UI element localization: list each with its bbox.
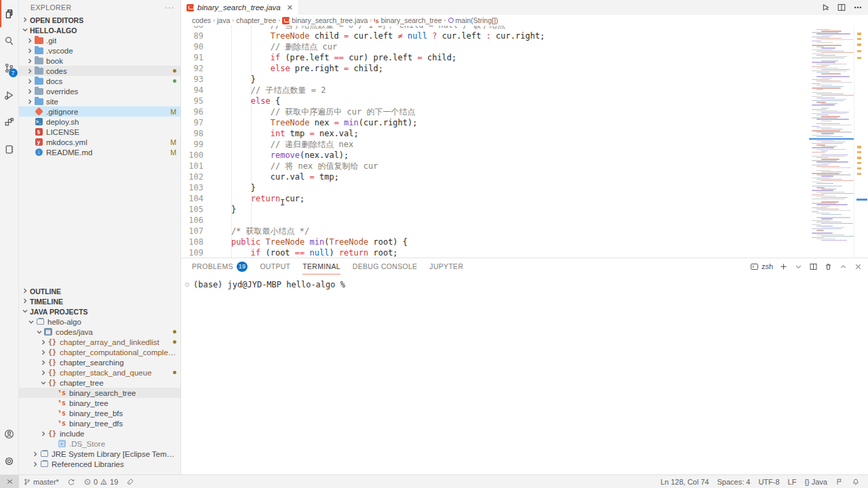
jp-row-referenced-libraries[interactable]: Referenced Libraries [19,459,180,469]
jp-row-binary-tree-bfs[interactable]: ᵗs binary_tree_bfs [19,408,180,418]
kill-terminal-button[interactable] [824,262,833,271]
sidebar-explorer: EXPLORER ··· OPEN EDITORS HELLO-ALGO .gi… [19,0,181,474]
modified-badge: M [170,148,176,157]
extension-status-item[interactable] [122,475,138,488]
breadcrumb-file[interactable]: binary_search_tree.java [282,16,368,24]
close-tab-icon[interactable]: ✕ [287,3,293,12]
breadcrumb-chapter-tree[interactable]: chapter_tree [236,16,276,24]
jp-row-binary-tree-dfs[interactable]: ᵗs binary_tree_dfs [19,418,180,428]
code-editor[interactable]: 88 // 当子结点数量 = 0 / 1 时， child = null / 该… [181,26,809,258]
notifications-item[interactable] [848,475,864,488]
run-button[interactable] [821,3,830,12]
terminal-shell-picker[interactable]: zsh [750,262,773,271]
workspace-root-section[interactable]: HELLO-ALGO [19,25,180,35]
modified-badge: M [170,108,176,116]
minimap[interactable] [809,26,854,258]
jp-row-codes-java[interactable]: ▤ codes/java [19,327,180,337]
chevron-right-icon [31,461,39,468]
jp-row-binary-tree[interactable]: ᵗs binary_tree [19,398,180,408]
tab-debug-console[interactable]: DEBUG CONSOLE [353,258,418,274]
jp-row-binary-search-tree[interactable]: ᵗs binary_search_tree [19,388,180,398]
file-row-codes[interactable]: codes [19,66,180,76]
explorer-more-actions[interactable]: ··· [165,3,175,12]
jp-row-chapter-array[interactable]: {} chapter_array_and_linkedlist [19,337,180,347]
explorer-activity-button[interactable] [0,0,19,27]
chevron-right-icon [26,98,34,105]
file-row-vscode[interactable]: .vscode [19,45,180,56]
symbol-class-icon: ᵗs [374,17,378,24]
account-button[interactable] [0,420,19,447]
folder-icon [34,57,43,65]
breadcrumb-method[interactable]: main(String[]) [448,16,498,24]
file-row-deploy-sh[interactable]: >_ deploy.sh [19,117,180,127]
search-activity-button[interactable] [0,27,19,54]
terminal-dropdown-chevron[interactable] [794,262,803,271]
problems-status-item[interactable]: 0 19 [79,475,122,488]
file-row-mkdocs-yml[interactable]: y mkdocs.yml M [19,137,180,147]
file-row-book[interactable]: book [19,56,180,66]
warning-marker [857,57,861,59]
encoding-item[interactable]: UTF-8 [754,475,783,488]
open-editors-section[interactable]: OPEN EDITORS [19,15,180,25]
java-file-icon [186,4,194,12]
tab-jupyter[interactable]: JUPYTER [429,258,463,274]
breadcrumb-class[interactable]: ᵗsbinary_search_tree [374,16,441,24]
terminal[interactable]: (base) jyd@JYD-MBP hello-algo % [181,274,868,474]
overview-ruler[interactable] [854,26,868,258]
timeline-section[interactable]: TIMELINE [19,296,180,306]
jp-row-jre[interactable]: JRE System Library [Eclipse Temurin 17 [… [19,449,180,459]
file-row-git[interactable]: .git [19,35,180,45]
sync-status-item[interactable] [63,475,79,488]
library-icon [39,460,49,468]
cursor-position-item[interactable]: Ln 128, Col 74 [656,475,713,488]
notebook-activity-button[interactable] [0,136,19,163]
tab-binary-search-tree-java[interactable]: binary_search_tree.java ✕ [181,0,299,15]
jp-row-chapter-computational[interactable]: {} chapter_computational_complexity [19,347,180,357]
yaml-file-icon: y [34,138,43,146]
rocket-icon [126,478,134,486]
language-mode-item[interactable]: {}Java [800,475,831,488]
tab-terminal[interactable]: TERMINAL [302,258,340,274]
file-row-gitignore[interactable]: .gitignore M [19,106,180,117]
branch-status-item[interactable]: master* [19,475,63,488]
jp-row-chapter-searching[interactable]: {} chapter_searching [19,357,180,367]
file-row-site[interactable]: site [19,96,180,106]
file-row-docs[interactable]: docs [19,76,180,86]
file-row-overrides[interactable]: overrides [19,86,180,96]
maximize-panel-button[interactable] [839,262,848,271]
jp-row-ds-store[interactable]: ▢ .DS_Store [19,439,180,449]
indentation-item[interactable]: Spaces: 4 [713,475,754,488]
eol-item[interactable]: LF [784,475,801,488]
tab-problems[interactable]: PROBLEMS 19 [192,258,248,274]
chevron-right-icon [26,68,34,75]
remote-indicator[interactable] [0,475,19,488]
file-row-readme-md[interactable]: ↓ README.md M [19,147,180,157]
run-debug-activity-button[interactable] [0,81,19,108]
more-actions-button[interactable] [853,3,863,12]
new-terminal-button[interactable] [779,262,788,271]
tab-label: binary_search_tree.java [197,3,281,12]
java-file-icon [282,17,290,24]
git-icon [34,108,43,116]
chevron-down-icon [27,319,35,325]
java-projects-section[interactable]: JAVA PROJECTS [19,306,180,317]
tab-output[interactable]: OUTPUT [260,258,290,274]
split-editor-button[interactable] [837,3,846,12]
file-row-license[interactable]: § LICENSE [19,127,180,137]
jp-row-hello-algo[interactable]: hello-algo [19,317,180,327]
error-icon [83,478,92,486]
split-terminal-button[interactable] [809,262,818,271]
source-control-activity-button[interactable]: 7 [0,54,19,81]
extensions-activity-button[interactable] [0,108,19,136]
symbol-method-icon [448,18,454,23]
jp-row-chapter-stack[interactable]: {} chapter_stack_and_queue [19,367,180,378]
outline-section[interactable]: OUTLINE [19,286,180,296]
folder-icon [34,77,43,85]
breadcrumb-java[interactable]: java [217,16,230,24]
close-panel-button[interactable] [854,262,863,271]
jp-row-include[interactable]: {} include [19,428,180,439]
settings-button[interactable] [0,447,19,474]
jp-row-chapter-tree[interactable]: {} chapter_tree [19,378,180,388]
breadcrumb-codes[interactable]: codes [192,16,211,24]
java-status-item[interactable] [831,475,848,488]
